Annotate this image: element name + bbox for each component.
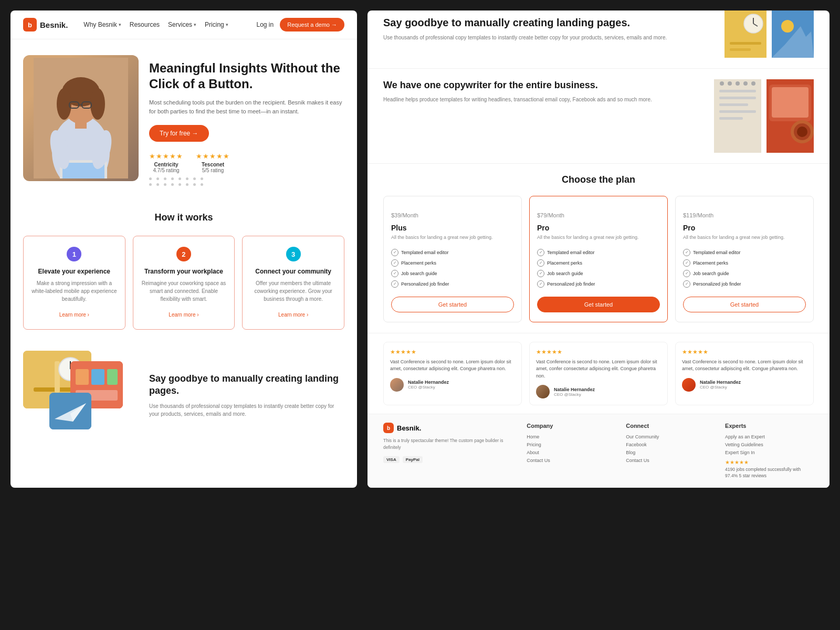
- copy-images: [714, 79, 814, 153]
- dot: [164, 183, 166, 186]
- feature-item: ✓Placement perks: [537, 258, 660, 268]
- hero-content: Meaningful Insights Without the Click of…: [149, 55, 344, 186]
- card-desc-1: Make a strong impression with a white-la…: [31, 279, 118, 303]
- chevron-down-icon: ▾: [194, 22, 196, 27]
- nav-pricing[interactable]: Pricing ▾: [205, 21, 228, 28]
- rating-name-1: Tesconet: [196, 162, 230, 167]
- logo[interactable]: b Besnik.: [23, 18, 68, 32]
- footer-link[interactable]: Blog: [626, 450, 715, 455]
- footer-link[interactable]: Home: [527, 434, 615, 439]
- try-free-button[interactable]: Try for free →: [149, 125, 209, 142]
- test-avatar-3: [682, 378, 696, 392]
- test-stars-1: ★★★★★: [390, 349, 515, 355]
- footer-company-title: Company: [527, 423, 615, 429]
- dot: [201, 183, 203, 186]
- dot: [186, 177, 188, 180]
- svg-rect-39: [719, 117, 743, 120]
- dot: [171, 177, 174, 180]
- svg-rect-47: [772, 87, 808, 118]
- testimonial-2: ★★★★★ Vast Conference is second to none.…: [529, 342, 668, 406]
- rating-score-1: 5/5 rating: [196, 167, 230, 173]
- footer-company-links: Home Pricing About Contact Us: [527, 434, 615, 463]
- card-num-3: 3: [286, 247, 301, 261]
- check-icon: ✓: [537, 270, 544, 277]
- nav-resources[interactable]: Resources: [130, 21, 160, 28]
- right-top-section: Say goodbye to manually creating landing…: [368, 10, 830, 69]
- nav-services[interactable]: Services ▾: [168, 21, 196, 28]
- footer-connect-col: Connect Our Community Facebook Blog Cont…: [626, 423, 715, 479]
- price-amount-pro-1: $79/Month: [537, 206, 660, 219]
- rating-score-0: 4.7/5 rating: [149, 167, 183, 173]
- copy-content: We have one copywriter for the entire bu…: [383, 79, 704, 103]
- dot: [201, 177, 203, 180]
- footer-link[interactable]: Apply as an Expert: [725, 434, 814, 439]
- how-it-works-title: How it works: [23, 212, 344, 223]
- svg-point-33: [781, 20, 794, 33]
- feature-item: ✓Job search guide: [683, 268, 806, 279]
- test-role-1: CEO @Stacky: [408, 385, 449, 390]
- pricing-cards: $39/Month Plus All the basics for landin…: [383, 196, 814, 322]
- dot: [156, 183, 159, 186]
- nav-why-besnik[interactable]: Why Besnik ▾: [83, 21, 121, 28]
- svg-point-42: [736, 81, 740, 86]
- feature-item: ✓Templated email editor: [537, 247, 660, 258]
- copy-image-2: [766, 79, 814, 153]
- footer-link[interactable]: Vetting Guidelines: [725, 442, 814, 447]
- footer-logo: b Besnik.: [383, 423, 516, 433]
- right-top-image-1: [724, 10, 766, 58]
- pricing-section: Choose the plan $39/Month Plus All the b…: [368, 164, 830, 333]
- card-link-1[interactable]: Learn more ›: [59, 312, 89, 318]
- check-icon: ✓: [537, 249, 544, 256]
- chevron-down-icon: ▾: [119, 22, 121, 27]
- card-desc-3: Offer your members the ultimate coworkin…: [250, 279, 337, 303]
- svg-rect-35: [719, 90, 756, 92]
- feature-item: ✓Placement perks: [391, 258, 514, 268]
- get-started-pro-1[interactable]: Get started: [537, 297, 660, 312]
- card-1: 1 Elevate your experience Make a strong …: [23, 236, 125, 330]
- feature-item: ✓Job search guide: [537, 268, 660, 279]
- rating-centricity: ★★★★★ Centricity 4.7/5 rating: [149, 152, 183, 173]
- get-started-plus[interactable]: Get started: [391, 297, 514, 312]
- right-top-images: [724, 10, 814, 58]
- feature-content: Say goodbye to manually creating landing…: [149, 373, 344, 418]
- price-features-pro-2: ✓Templated email editor ✓Placement perks…: [683, 247, 806, 289]
- testimonials-section: ★★★★★ Vast Conference is second to none.…: [368, 333, 830, 414]
- check-icon: ✓: [391, 259, 398, 267]
- footer-connect-title: Connect: [626, 423, 715, 429]
- card-link-2[interactable]: Learn more ›: [169, 312, 198, 318]
- logo-icon: b: [23, 18, 37, 32]
- footer-link[interactable]: About: [527, 450, 615, 455]
- svg-point-44: [751, 81, 755, 86]
- hero-photo: [23, 55, 139, 181]
- card-title-1: Elevate your experience: [31, 268, 118, 275]
- footer-link[interactable]: Contact Us: [527, 458, 615, 463]
- copy-desc: Headline helps produce templates for wri…: [383, 96, 704, 103]
- get-started-pro-2[interactable]: Get started: [683, 297, 806, 312]
- dot: [164, 177, 166, 180]
- price-plan-pro-2: Pro: [683, 224, 806, 232]
- price-sub-pro-1: All the basics for landing a great new j…: [537, 234, 660, 241]
- card-link-3[interactable]: Learn more ›: [278, 312, 308, 318]
- test-name-3: Natalie Hernandez: [700, 380, 741, 385]
- rating-name-0: Centricity: [149, 162, 183, 167]
- footer-link[interactable]: Facebook: [626, 442, 715, 447]
- svg-rect-31: [730, 48, 751, 51]
- footer-link[interactable]: Contact Us: [626, 458, 715, 463]
- feature-item: ✓Personalized job finder: [683, 279, 806, 289]
- footer-experts-col: Experts Apply as an Expert Vetting Guide…: [725, 423, 814, 479]
- footer-link[interactable]: Our Community: [626, 434, 715, 439]
- check-icon: ✓: [683, 249, 690, 256]
- login-button[interactable]: Log in: [257, 21, 274, 28]
- check-icon: ✓: [391, 249, 398, 256]
- footer-link[interactable]: Expert Sign In: [725, 450, 814, 455]
- svg-rect-22: [91, 369, 104, 385]
- dot: [178, 177, 181, 180]
- feature-item: ✓Job search guide: [391, 268, 514, 279]
- request-demo-button[interactable]: Request a demo →: [280, 18, 344, 32]
- dot: [156, 177, 159, 180]
- footer-link[interactable]: Pricing: [527, 442, 615, 447]
- price-plan-plus: Plus: [391, 224, 514, 232]
- test-author-1: Natalie Hernandez CEO @Stacky: [390, 378, 515, 392]
- feature-desc: Use thousands of professional copy templ…: [149, 402, 344, 418]
- right-panel: Say goodbye to manually creating landing…: [368, 10, 830, 488]
